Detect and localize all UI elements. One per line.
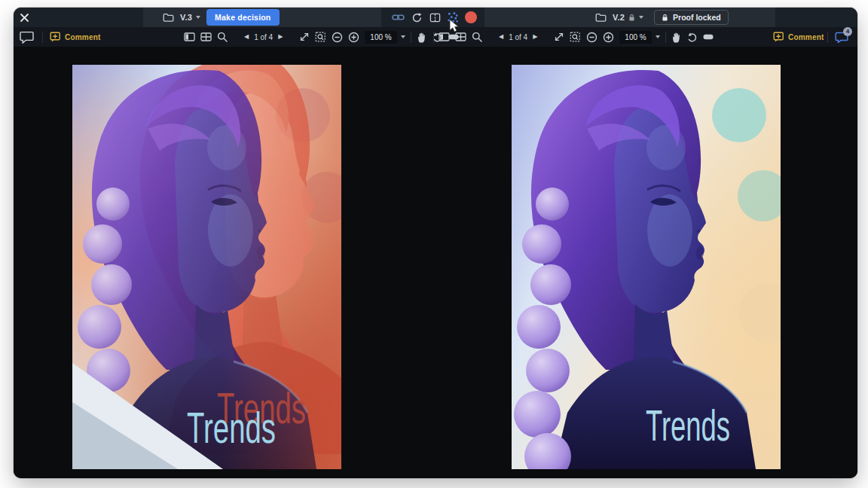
fit-expand-icon[interactable] [554,32,564,42]
fit-expand-icon[interactable] [299,32,310,42]
chevron-down-icon [196,16,200,19]
page-indicator: 1 of 4 [509,33,527,41]
link-sync-icon[interactable] [392,13,405,22]
add-comment-icon [773,32,784,42]
lock-icon [662,14,668,22]
compare-canvas: Trends Trends [14,47,857,478]
next-page-button[interactable]: ▶ [278,34,283,40]
rotate-icon[interactable] [686,32,698,43]
proof-image-left[interactable]: Trends Trends [72,65,341,469]
lock-icon [628,14,635,22]
grid-view-icon[interactable] [455,32,466,41]
right-version-label: V.2 [613,13,625,22]
add-comment-button-left[interactable]: Comment [50,32,101,42]
marquee-zoom-icon[interactable] [315,32,326,42]
comment-count-badge: 4 [843,27,852,36]
comment-label: Comment [788,33,824,41]
left-version-label: V.3 [180,13,192,22]
zoom-level-value: 100 % [365,31,396,44]
proof-image-right[interactable]: Trends [512,65,781,469]
bokeh-circle [712,88,766,142]
grid-view-icon[interactable] [200,32,212,41]
right-version-selector[interactable]: V.2 [613,13,643,22]
zoom-level-selector[interactable]: 100 % [619,31,659,44]
add-comment-button-right[interactable]: Comment [773,32,824,42]
comment-label: Comment [65,33,101,41]
poster-title: Trends [187,403,276,452]
prev-page-button[interactable]: ◀ [499,34,503,40]
search-icon[interactable] [472,32,482,42]
zoom-in-icon[interactable] [348,32,359,43]
annotation-bubble-icon[interactable] [20,31,34,44]
background-toggle-icon[interactable] [703,34,714,40]
proof-viewer-window: V.3 Make decision V [14,8,857,478]
sidebar-toggle-icon[interactable] [184,32,195,41]
pan-hand-icon[interactable] [417,32,426,43]
add-comment-icon [50,32,61,42]
zoom-level-value: 100 % [619,31,651,44]
chevron-down-icon [656,35,660,38]
left-version-selector[interactable]: V.3 [180,13,200,22]
marquee-zoom-icon[interactable] [570,32,581,42]
proof-locked-label: Proof locked [673,13,721,22]
make-decision-button[interactable]: Make decision [206,9,279,26]
pan-hand-icon[interactable] [671,32,681,43]
proof-locked-badge: Proof locked [654,10,729,25]
page-indicator: 1 of 4 [254,33,273,41]
compare-mode-icon[interactable] [429,13,441,23]
user-avatar[interactable] [465,11,477,23]
search-icon[interactable] [217,32,228,42]
zoom-out-icon[interactable] [332,32,343,43]
folder-icon[interactable] [163,13,174,23]
sidebar-toggle-icon[interactable] [439,32,450,41]
difference-overlay-icon[interactable] [448,12,458,23]
zoom-in-icon[interactable] [603,32,614,43]
refresh-icon[interactable] [411,12,423,23]
zoom-level-selector[interactable]: 100 % [365,31,405,44]
poster-title: Trends [646,401,730,450]
prev-page-button[interactable]: ◀ [244,34,249,40]
next-page-button[interactable]: ▶ [533,34,537,40]
folder-icon[interactable] [595,13,607,23]
chevron-down-icon [401,35,405,38]
comments-panel-button[interactable]: 4 [835,32,848,43]
toolbar: Comment ◀ 1 of 4 ▶ [14,27,857,47]
header-bar: V.3 Make decision V [14,8,857,27]
chevron-down-icon [639,16,643,19]
zoom-out-icon[interactable] [586,32,598,43]
close-icon[interactable] [20,13,29,23]
